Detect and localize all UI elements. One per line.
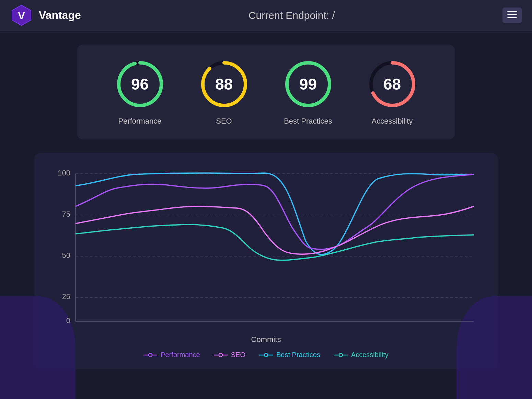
score-circle-performance: 96 bbox=[114, 58, 166, 110]
score-circle-seo: 88 bbox=[198, 58, 250, 110]
menu-button[interactable] bbox=[502, 8, 522, 23]
app-name: Vantage bbox=[39, 9, 81, 22]
svg-point-31 bbox=[339, 353, 343, 357]
svg-text:25: 25 bbox=[62, 292, 70, 301]
app-logo: V bbox=[10, 4, 33, 26]
svg-text:50: 50 bbox=[62, 251, 70, 260]
app-header: V Vantage Current Endpoint: / bbox=[0, 0, 532, 31]
svg-rect-2 bbox=[507, 11, 517, 12]
line-seo bbox=[76, 206, 474, 254]
score-value-best-practices: 99 bbox=[299, 75, 317, 93]
legend-item-performance: Performance bbox=[143, 351, 200, 359]
svg-text:75: 75 bbox=[62, 210, 70, 218]
svg-rect-3 bbox=[507, 14, 517, 15]
legend-label-seo: SEO bbox=[231, 351, 245, 359]
score-item-accessibility: 68 Accessibility bbox=[367, 58, 418, 126]
chart-legend: Performance SEO Best Practices Accessibi… bbox=[51, 351, 481, 359]
svg-text:0: 0 bbox=[66, 316, 70, 325]
logo-area: V Vantage bbox=[10, 4, 81, 26]
legend-line-best-practices bbox=[259, 352, 273, 358]
score-item-seo: 88 SEO bbox=[198, 58, 250, 126]
svg-rect-4 bbox=[507, 17, 517, 18]
svg-text:V: V bbox=[18, 10, 25, 21]
score-label-accessibility: Accessibility bbox=[372, 117, 413, 126]
chart-area: 100 75 50 25 0 bbox=[51, 167, 481, 332]
legend-label-accessibility: Accessibility bbox=[351, 351, 389, 359]
hamburger-icon bbox=[507, 11, 517, 19]
chart-panel: 100 75 50 25 0 Commits Performance bbox=[34, 153, 498, 369]
score-circle-best-practices: 99 bbox=[282, 58, 334, 110]
score-value-accessibility: 68 bbox=[383, 75, 401, 93]
score-item-best-practices: 99 Best Practices bbox=[282, 58, 334, 126]
legend-line-accessibility bbox=[334, 352, 348, 358]
score-value-seo: 88 bbox=[215, 75, 233, 93]
legend-label-performance: Performance bbox=[161, 351, 200, 359]
score-value-performance: 96 bbox=[131, 75, 149, 93]
legend-label-best-practices: Best Practices bbox=[276, 351, 320, 359]
chart-x-label: Commits bbox=[51, 335, 481, 344]
legend-line-performance bbox=[143, 352, 157, 358]
svg-point-27 bbox=[219, 353, 222, 357]
score-circle-accessibility: 68 bbox=[367, 58, 418, 110]
legend-line-seo bbox=[214, 352, 228, 358]
scores-panel: 96 Performance 88 SEO 99 Best Practices bbox=[77, 45, 455, 139]
score-label-seo: SEO bbox=[216, 117, 232, 126]
line-accessibility bbox=[76, 225, 474, 260]
legend-item-accessibility: Accessibility bbox=[334, 351, 389, 359]
score-label-performance: Performance bbox=[118, 117, 162, 126]
legend-item-seo: SEO bbox=[214, 351, 245, 359]
score-label-best-practices: Best Practices bbox=[284, 117, 332, 126]
svg-point-29 bbox=[264, 353, 268, 357]
line-chart: 100 75 50 25 0 bbox=[51, 167, 481, 332]
legend-item-best-practices: Best Practices bbox=[259, 351, 320, 359]
endpoint-label: Current Endpoint: / bbox=[81, 10, 502, 21]
score-item-performance: 96 Performance bbox=[114, 58, 166, 126]
svg-text:100: 100 bbox=[58, 169, 70, 177]
svg-point-25 bbox=[149, 353, 152, 357]
